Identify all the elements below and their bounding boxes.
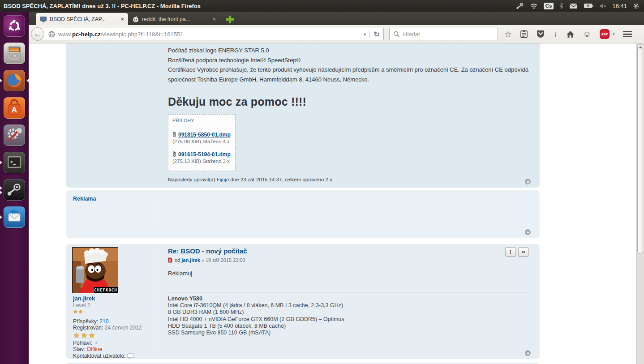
wifi-icon[interactable] <box>530 3 538 9</box>
byline-pre: od <box>175 257 180 263</box>
post-body-text: Reklamuj <box>168 270 529 277</box>
system-tray: Cs 16:41 <box>516 3 644 9</box>
search-bar[interactable] <box>389 28 498 40</box>
scrollbar-thumb[interactable] <box>637 44 643 254</box>
battery-icon[interactable] <box>584 3 593 9</box>
user-profile-column: CHEFKOCH jan.jirek Level 2 ★★ Příspěvky:… <box>66 244 158 359</box>
back-to-top-button[interactable] <box>525 229 531 235</box>
status-value: Offline <box>87 346 102 352</box>
terminal-icon: >_ <box>6 154 23 171</box>
back-to-top-button[interactable] <box>525 350 531 356</box>
page-scrollbar[interactable] <box>636 43 644 364</box>
hello-smiley-icon[interactable]: ☺ <box>583 30 591 38</box>
signature-block: Lenovo Y580 Intel Core i7-3610QM (4 jádr… <box>168 292 529 336</box>
edit-note-text: dne 23 zář 2015 14:37, celkem upraveno 2… <box>229 177 334 182</box>
launcher-item-steam[interactable] <box>4 179 25 201</box>
launcher-item-software-center[interactable]: A <box>4 97 25 119</box>
url-input[interactable]: www.pc-help.cz/viewtopic.php?f=118&t=161… <box>41 28 384 40</box>
attachment-link[interactable]: 091815-5850-01.dmp <box>178 132 231 138</box>
bookmark-star-icon[interactable]: ☆ <box>504 30 512 39</box>
firefox-icon <box>5 72 23 90</box>
contact-label: Kontaktovat uživatele: <box>73 353 125 359</box>
avatar[interactable]: CHEFKOCH <box>72 247 118 293</box>
posts-label: Příspěvky: <box>73 318 98 325</box>
tab-pchelp[interactable]: BSOD SPĚCHÁ, ZAP... × <box>36 13 128 25</box>
tab-strip: BSOD SPĚCHÁ, ZAP... × reddit: the front … <box>29 12 644 25</box>
svg-text:>_: >_ <box>10 159 16 165</box>
attachment-link[interactable]: 091615-5194-01.dmp <box>178 151 231 158</box>
post-page-icon <box>168 257 172 263</box>
back-to-top-button[interactable] <box>525 179 531 184</box>
reddit-favicon <box>132 16 139 23</box>
volume-muted-icon[interactable] <box>599 3 606 9</box>
tab-label: reddit: the front pa... <box>142 16 210 22</box>
edit-note: Naposledy upravil(a) Fijojo dne 23 zář 2… <box>168 174 529 182</box>
launcher-item-thunderbird[interactable] <box>4 206 25 228</box>
edit-note-text: Naposledy upravil(a) <box>168 177 217 182</box>
up-arrow-icon <box>527 231 529 233</box>
karma-stars-icon: ★★★ <box>73 331 142 340</box>
paperclip-icon <box>172 151 176 157</box>
launcher-item-ubuntu-dash[interactable] <box>4 15 25 37</box>
running-indicator-steam-1 <box>0 186 2 190</box>
edit-note-user-link[interactable]: Fijojo <box>217 177 229 182</box>
bluetooth-icon[interactable] <box>559 3 563 9</box>
reload-button[interactable]: ↻ <box>370 30 383 39</box>
keyboard-layout-indicator[interactable]: Cs <box>544 3 554 9</box>
tab-reddit[interactable]: reddit: the front pa... × <box>128 13 220 25</box>
up-arrow-icon <box>527 180 529 183</box>
downloads-icon[interactable]: ↓ <box>554 30 558 38</box>
menu-hamburger-icon[interactable] <box>623 31 632 37</box>
registered-date: 24 červen 2012 <box>105 325 142 331</box>
back-button[interactable]: ← <box>31 27 44 41</box>
toolbar-icons: ☆ ↓ ☺ ABP ▾ <box>504 29 632 39</box>
search-input[interactable] <box>402 30 494 38</box>
male-icon: ♂ <box>94 339 99 346</box>
session-gear-icon[interactable] <box>633 3 640 9</box>
byline-user-link[interactable]: jan.jirek <box>181 257 200 263</box>
running-indicator-steam-2 <box>0 191 2 194</box>
launcher-item-terminal[interactable]: >_ <box>4 152 25 173</box>
adblock-icon[interactable]: ABP <box>600 29 610 39</box>
home-icon[interactable] <box>566 30 575 38</box>
steam-icon <box>6 181 23 198</box>
quote-post-button[interactable]: “ <box>518 247 529 257</box>
svg-text:CHEFKOCH: CHEFKOCH <box>94 288 117 292</box>
firefox-window: BSOD SPĚCHÁ, ZAP... × reddit: the front … <box>29 12 644 364</box>
url-history-dropdown-icon[interactable]: ▾ <box>360 32 369 37</box>
launcher-item-system-settings[interactable] <box>4 124 25 146</box>
adblock-dropdown-icon[interactable]: ▾ <box>613 32 615 36</box>
top-panel: BSOD SPĚCHÁ, ZAPLATÍM! dnes už 3. !! - P… <box>0 0 644 12</box>
signature-line: HDD Seagate 1 TB (5 400 otáček, 8 MB cac… <box>168 323 529 330</box>
steam-tray-icon[interactable] <box>516 3 524 9</box>
forum-post-1: Počítač získal logo ENERGY STAR 5.0 Rozš… <box>66 43 540 188</box>
signature-line: Intel HD 4000 + nVIDIA GeForce GTX 660M … <box>168 316 529 323</box>
url-path: /viewtopic.php?f=118&t=161551 <box>101 31 184 38</box>
mail-icon[interactable] <box>569 3 578 9</box>
report-post-button[interactable]: ! <box>505 247 516 257</box>
launcher-item-firefox[interactable] <box>4 70 25 91</box>
private-message-icon[interactable] <box>127 353 134 359</box>
new-tab-button[interactable] <box>224 13 236 25</box>
scrollbar-arrow-icon <box>639 46 642 48</box>
launcher-item-files[interactable] <box>4 43 25 64</box>
url-text: www.pc-help.cz/viewtopic.php?f=118&t=161… <box>58 31 183 38</box>
tab-close-icon[interactable]: × <box>212 16 216 22</box>
software-center-icon: A <box>6 99 23 116</box>
profile-gender-row: Pohlaví: ♂ <box>73 340 142 347</box>
focused-indicator-firefox <box>26 79 29 82</box>
bookmarks-menu-icon[interactable] <box>520 30 528 38</box>
attachments-box: PŘÍLOHY 091815-5850-01.dmp (275.08 KiB) … <box>168 114 236 171</box>
attachments-divider <box>172 126 231 126</box>
attachment-meta: (275.13 KiB) Staženo 3 x <box>172 158 231 164</box>
tab-close-icon[interactable]: × <box>120 16 124 22</box>
forum-post-2: CHEFKOCH jan.jirek Level 2 ★★ Příspěvky:… <box>66 244 540 359</box>
signature-line: Lenovo Y580 <box>168 295 529 302</box>
clock[interactable]: 16:41 <box>612 3 627 9</box>
gender-label: Pohlaví: <box>73 340 92 346</box>
posts-count-link[interactable]: 210 <box>99 318 108 325</box>
profile-contact-row: Kontaktovat uživatele: <box>73 353 142 360</box>
post-title-link[interactable]: Re: BSOD - nový počítač <box>168 247 247 255</box>
pocket-icon[interactable] <box>536 30 545 39</box>
profile-username-link[interactable]: jan.jirek <box>73 295 142 302</box>
